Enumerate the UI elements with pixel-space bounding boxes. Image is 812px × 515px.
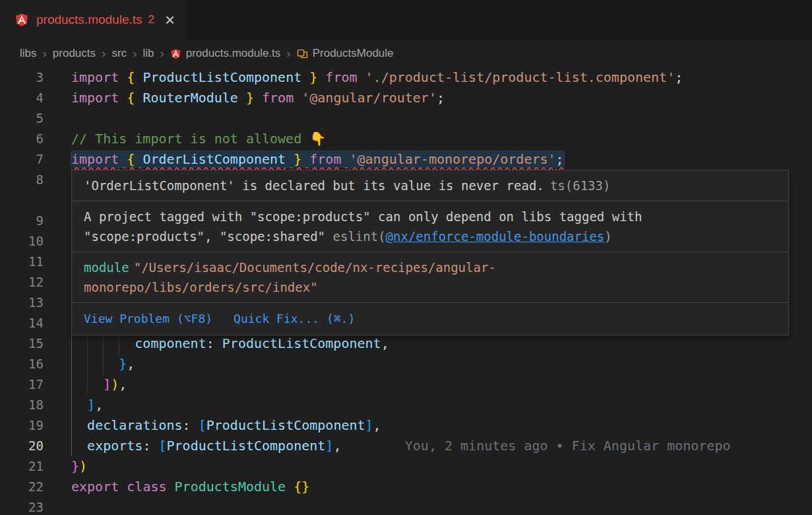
quick-fix-link[interactable]: Quick Fix... (⌘.) [234, 309, 355, 329]
breadcrumb-item-libs[interactable]: libs [20, 47, 37, 60]
code-token: ] [365, 417, 373, 433]
code-token: ] [87, 397, 95, 413]
line-number-16[interactable]: 16 [0, 354, 44, 374]
code-line-20: 20 exports: [ProductListComponent],You, … [0, 436, 812, 456]
line-number-11[interactable]: 11 [0, 252, 44, 272]
code-token: ) [111, 376, 119, 392]
indent-guide [103, 333, 104, 354]
code-token: { [127, 69, 135, 85]
line-number-13[interactable]: 13 [0, 292, 44, 313]
code-token: class [127, 479, 166, 495]
code-line-6: 6// This import is not allowed 👇 [0, 129, 812, 149]
line-content[interactable]: }) [71, 456, 812, 477]
code-token: from [309, 151, 341, 167]
code-token [135, 90, 142, 106]
code-line-17: 17 ]), [0, 374, 812, 395]
hover-ts-section: 'OrderListComponent' is declared but its… [72, 170, 788, 201]
code-token [317, 69, 325, 85]
breadcrumb-item-lib[interactable]: lib [142, 47, 154, 60]
code-token: // This import is not allowed 👇 [71, 131, 326, 147]
line-number-21[interactable]: 21 [0, 456, 44, 477]
line-content[interactable]: import { RouterModule } from '@angular/r… [71, 88, 812, 108]
hover-eslint-section: A project tagged with "scope:products" c… [72, 201, 788, 252]
view-problem-link[interactable]: View Problem (⌥F8) [84, 309, 212, 329]
code-token [286, 151, 294, 167]
code-token [119, 90, 127, 106]
line-content[interactable]: component: ProductListComponent, [71, 333, 812, 354]
indent-guide [71, 415, 72, 436]
line-number-18[interactable]: 18 [0, 395, 44, 415]
hover-actions-bar: View Problem (⌥F8) Quick Fix... (⌘.) [72, 303, 788, 335]
line-content[interactable]: ], [71, 395, 812, 415]
breadcrumb-item-products[interactable]: products [53, 47, 96, 60]
breadcrumb-item-products-module-ts[interactable]: products.module.ts [170, 47, 281, 60]
code-token [301, 151, 309, 167]
eslint-source-close: ) [604, 229, 611, 244]
line-number-14[interactable]: 14 [0, 313, 44, 333]
code-token: } [294, 151, 301, 167]
code-token: declarations [87, 417, 183, 433]
line-number-20[interactable]: 20 [0, 436, 44, 456]
code-token [135, 151, 142, 167]
chevron-right-icon: › [43, 46, 47, 61]
line-number-17[interactable]: 17 [0, 374, 44, 395]
line-number-9[interactable]: 9 [0, 211, 44, 231]
line-number-23[interactable]: 23 [0, 497, 44, 515]
line-content[interactable]: import { ProductListComponent } from './… [71, 67, 812, 88]
line-content[interactable]: // This import is not allowed 👇 [71, 129, 812, 149]
code-token: : [183, 417, 199, 433]
breadcrumb-item-src[interactable]: src [111, 47, 127, 60]
code-token: from [325, 69, 357, 85]
chevron-right-icon: › [133, 46, 137, 61]
tab-close-button[interactable]: × [165, 13, 175, 26]
breadcrumb-label: libs [20, 47, 37, 60]
code-token [71, 438, 87, 454]
line-number-3[interactable]: 3 [0, 67, 44, 88]
line-number-5[interactable]: 5 [0, 108, 44, 129]
code-token [167, 479, 175, 495]
code-tokens: // This import is not allowed 👇 [71, 131, 326, 147]
code-token: ] [103, 376, 111, 392]
eslint-rule-link[interactable]: @nx/enforce-module-boundaries [386, 229, 605, 244]
code-token: } [71, 458, 79, 474]
code-token [119, 479, 127, 495]
code-token: ] [325, 438, 333, 454]
indent-guide [87, 354, 88, 374]
line-number-8[interactable]: 8 [0, 170, 44, 211]
breadcrumb-label: products.module.ts [186, 47, 281, 60]
line-content[interactable]: ]), [71, 374, 812, 395]
line-content[interactable] [71, 497, 812, 515]
line-number-19[interactable]: 19 [0, 415, 44, 436]
tab-products-module[interactable]: products.module.ts 2 × [0, 0, 187, 40]
line-content[interactable]: exports: [ProductListComponent],You, 2 m… [71, 436, 812, 456]
module-path-part1: "/Users/isaac/Documents/code/nx-recipes/… [134, 260, 496, 275]
line-number-6[interactable]: 6 [0, 129, 44, 149]
breadcrumb-label: products [53, 47, 96, 60]
breadcrumb: libs›products›src›lib›products.module.ts… [0, 40, 812, 67]
code-token: { [127, 151, 135, 167]
breadcrumb-item-productsmodule[interactable]: ProductsModule [297, 47, 394, 60]
line-number-12[interactable]: 12 [0, 272, 44, 292]
line-number-15[interactable]: 15 [0, 333, 44, 354]
line-content[interactable]: }, [71, 354, 812, 374]
line-number-10[interactable]: 10 [0, 231, 44, 252]
line-content[interactable]: export class ProductsModule {} [71, 477, 812, 497]
editor: 3import { ProductListComponent } from '.… [0, 67, 812, 515]
code-tokens: import { ProductListComponent } from './… [71, 69, 683, 85]
code-token: '@angular-monorepo/orders' [350, 151, 556, 167]
code-token: ProductsModule [175, 479, 286, 495]
line-content[interactable]: declarations: [ProductListComponent], [71, 415, 812, 436]
line-number-22[interactable]: 22 [0, 477, 44, 497]
git-blame-annotation: You, 2 minutes ago • Fix Angular monorep… [341, 438, 730, 454]
close-icon: × [165, 10, 175, 30]
code-token: from [262, 90, 294, 106]
line-content[interactable]: import { OrderListComponent } from '@ang… [71, 149, 812, 170]
line-number-7[interactable]: 7 [0, 149, 44, 170]
module-keyword: module [84, 260, 129, 275]
line-number-4[interactable]: 4 [0, 88, 44, 108]
code-token: } [309, 69, 317, 85]
indent-guide [71, 333, 72, 354]
code-tokens: import { RouterModule } from '@angular/r… [71, 90, 445, 106]
line-content[interactable] [71, 108, 812, 129]
code-token [135, 69, 142, 85]
